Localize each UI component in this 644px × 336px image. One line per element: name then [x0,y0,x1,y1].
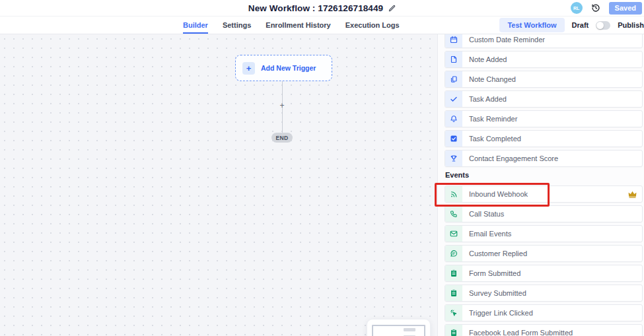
clipboard-icon [445,325,462,336]
history-icon[interactable] [591,3,600,13]
page-title: New Workflow : 1726126718449 [248,3,383,13]
clipboard-icon [445,265,462,281]
trophy-icon [445,151,462,166]
avatar[interactable]: RL [571,2,583,14]
trigger-item-contact-engagement-score[interactable]: Contact Engagement Score [445,150,643,167]
main: + Add New Trigger + END Custom Da [0,34,644,336]
toggle-knob [596,22,604,29]
events-section-header: Events [445,171,643,180]
triggers-sidebar: Custom Date Reminder Note Added Note Cha… [437,34,644,336]
tab-builder[interactable]: Builder [183,17,208,34]
workflow-builder-app: New Workflow : 1726126718449 RL Saved Bu… [0,0,644,336]
trigger-item-form-submitted[interactable]: Form Submitted [445,265,643,282]
trigger-item-inbound-webhook[interactable]: Inbound Webhook [445,185,643,203]
trigger-item-customer-replied[interactable]: Customer Replied [445,245,643,262]
plus-icon: + [242,62,255,75]
webhook-icon [445,186,462,202]
clipboard-icon [445,285,462,301]
cursor-click-icon [445,305,462,321]
bell-icon [445,111,462,127]
phone-icon [445,206,462,222]
end-node: END [271,133,293,143]
add-step-plus-icon[interactable]: + [277,101,287,110]
trigger-item-task-completed[interactable]: Task Completed [445,130,643,147]
preview-page-thumbnail [372,325,425,336]
publish-toggle[interactable] [596,21,610,30]
edit-title-icon[interactable] [388,5,396,12]
notes-copy-icon [445,71,462,87]
trigger-item-email-events[interactable]: Email Events [445,225,643,242]
saved-button[interactable]: Saved [609,2,642,15]
check-icon [445,91,462,107]
publish-label: Publish [618,21,644,29]
test-workflow-button[interactable]: Test Workflow [499,18,564,32]
trigger-item-call-status[interactable]: Call Status [445,205,643,222]
note-icon [445,51,462,67]
preview-popup [367,319,430,336]
check-square-icon [445,131,462,147]
trigger-item-note-added[interactable]: Note Added [445,51,643,68]
trigger-item-facebook-lead-form-submitted[interactable]: Facebook Lead Form Submitted [445,324,643,336]
workflow-canvas: + Add New Trigger + END [0,34,437,336]
calendar-icon [445,34,462,48]
chat-icon [445,246,462,261]
trigger-item-task-reminder[interactable]: Task Reminder [445,110,643,127]
tab-settings[interactable]: Settings [223,17,251,34]
premium-crown-icon [628,191,637,198]
trigger-item-custom-date-reminder[interactable]: Custom Date Reminder [445,34,643,48]
mail-icon [445,226,462,242]
tab-execution-logs[interactable]: Execution Logs [345,17,400,34]
header: New Workflow : 1726126718449 RL Saved [0,0,644,17]
trigger-item-note-changed[interactable]: Note Changed [445,71,643,88]
add-new-trigger-button[interactable]: + Add New Trigger [235,55,332,81]
trigger-list: Custom Date Reminder Note Added Note Cha… [445,34,643,336]
draft-label: Draft [572,21,589,29]
add-new-trigger-label: Add New Trigger [261,64,316,72]
preview-placeholder-bar [404,328,415,331]
trigger-item-survey-submitted[interactable]: Survey Submitted [445,285,643,302]
trigger-item-trigger-link-clicked[interactable]: Trigger Link Clicked [445,304,643,321]
tab-enrollment-history[interactable]: Enrollment History [266,17,330,34]
trigger-item-task-added[interactable]: Task Added [445,90,643,108]
tab-bar: Builder Settings Enrollment History Exec… [0,17,644,34]
